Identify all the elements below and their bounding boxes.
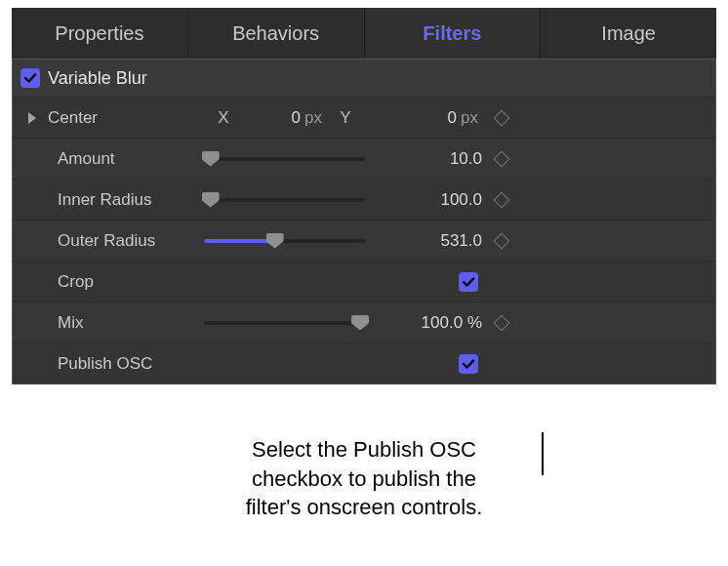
inspector-tabs: Properties Behaviors Filters Image — [12, 8, 716, 59]
param-label-center: Center — [48, 108, 204, 128]
publish-osc-checkbox[interactable] — [459, 354, 478, 374]
check-icon — [462, 357, 475, 371]
check-icon — [462, 275, 475, 289]
param-row-inner-radius: Inner Radius 100.0 — [13, 179, 715, 220]
keyframe-icon[interactable] — [494, 314, 510, 331]
param-row-outer-radius: Outer Radius 531.0 — [13, 220, 715, 261]
inner-radius-value[interactable]: 100.0 — [365, 190, 482, 210]
param-label-mix: Mix — [48, 313, 204, 333]
callout-line — [542, 432, 544, 475]
param-row-crop: Crop — [13, 261, 715, 302]
outer-radius-slider[interactable] — [204, 230, 365, 252]
param-label-publish-osc: Publish OSC — [48, 354, 204, 374]
center-y-label: Y — [326, 108, 365, 128]
keyframe-icon[interactable] — [494, 150, 510, 167]
mix-slider[interactable] — [204, 312, 365, 334]
keyframe-icon[interactable] — [494, 109, 510, 126]
amount-value[interactable]: 10.0 — [365, 149, 482, 169]
filter-name: Variable Blur — [48, 68, 147, 89]
param-row-mix: Mix 100.0 % — [13, 302, 715, 343]
param-label-inner-radius: Inner Radius — [48, 190, 204, 210]
tab-properties[interactable]: Properties — [12, 8, 188, 59]
keyframe-icon[interactable] — [494, 191, 510, 208]
mix-value[interactable]: 100.0 % — [365, 313, 482, 333]
disclosure-triangle-icon[interactable] — [28, 112, 36, 124]
tab-filters[interactable]: Filters — [365, 8, 542, 59]
crop-checkbox[interactable] — [459, 272, 478, 292]
param-label-outer-radius: Outer Radius — [48, 231, 204, 251]
filter-enable-checkbox[interactable] — [20, 68, 40, 88]
caption-text: Select the Publish OSC checkbox to publi… — [12, 435, 716, 522]
filter-inspector: Variable Blur Center X 0px Y 0px Amount — [12, 59, 716, 384]
check-icon — [23, 71, 37, 85]
filter-section-header: Variable Blur — [13, 60, 715, 97]
center-x-label: X — [204, 108, 243, 128]
tab-behaviors[interactable]: Behaviors — [188, 8, 365, 59]
outer-radius-value[interactable]: 531.0 — [365, 231, 482, 251]
center-y-value[interactable]: 0px — [365, 108, 482, 128]
param-label-crop: Crop — [48, 272, 204, 292]
amount-slider[interactable] — [204, 148, 365, 170]
param-row-publish-osc: Publish OSC — [13, 343, 715, 384]
inner-radius-slider[interactable] — [204, 189, 365, 211]
center-x-value[interactable]: 0px — [243, 108, 326, 128]
keyframe-icon[interactable] — [494, 232, 510, 249]
param-row-amount: Amount 10.0 — [13, 138, 715, 179]
tab-image[interactable]: Image — [541, 8, 716, 59]
param-row-center: Center X 0px Y 0px — [13, 97, 715, 138]
param-label-amount: Amount — [48, 149, 204, 169]
